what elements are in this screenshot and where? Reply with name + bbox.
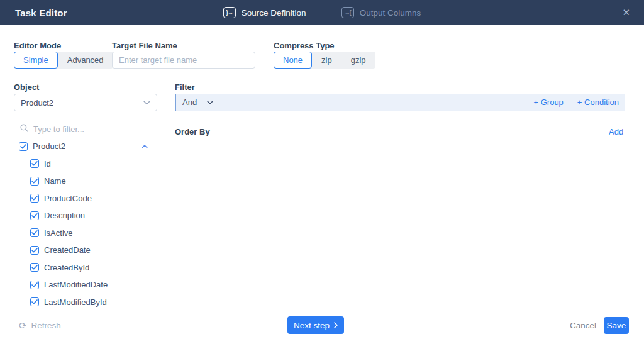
tree-item-createdbyid[interactable]: CreatedById (0, 259, 157, 277)
tab-output-columns[interactable]: →[ Output Columns (341, 7, 421, 18)
tab-source-definition-label: Source Definition (242, 8, 306, 18)
chevron-down-icon (143, 101, 150, 105)
filter-label: Filter (175, 82, 195, 92)
tree-item-label: Description (44, 211, 85, 220)
cancel-button[interactable]: Cancel (570, 311, 596, 339)
tree-item-lastmodifieddate[interactable]: LastModifiedDate (0, 276, 157, 294)
page-title: Task Editor (15, 8, 67, 18)
editor-mode-advanced-button[interactable]: Advanced (58, 52, 113, 69)
checkbox-checked-icon[interactable] (19, 142, 28, 151)
refresh-icon: ⟳ (19, 321, 27, 330)
compress-zip-button[interactable]: zip (312, 52, 341, 69)
order-by-label: Order By (175, 127, 210, 136)
checkbox-checked-icon[interactable] (30, 159, 39, 168)
tab-output-columns-label: Output Columns (360, 8, 421, 18)
filter-operator-select[interactable]: And (182, 97, 213, 107)
tree-search (0, 118, 157, 138)
checkbox-checked-icon[interactable] (30, 228, 39, 237)
compress-type-label: Compress Type (274, 41, 335, 50)
filter-links: + Group + Condition (534, 97, 619, 107)
tree-item-label: Name (44, 176, 66, 186)
editor-mode-toggle: Simple Advanced (14, 52, 113, 69)
refresh-label: Refresh (31, 321, 61, 330)
filter-bar: And + Group + Condition (175, 94, 625, 111)
close-icon[interactable]: ✕ (618, 0, 634, 25)
tree-item-createddate[interactable]: CreatedDate (0, 242, 157, 259)
checkbox-checked-icon[interactable] (30, 194, 39, 203)
object-select-value: Product2 (21, 98, 143, 108)
header-tabs: }→ Source Definition →[ Output Columns (0, 0, 644, 25)
tree-item-label: CreatedDate (44, 245, 91, 255)
object-select[interactable]: Product2 (14, 94, 157, 111)
editor-mode-label: Editor Mode (14, 41, 61, 50)
refresh-button[interactable]: ⟳ Refresh (19, 311, 61, 339)
compress-gzip-button[interactable]: gzip (341, 52, 375, 69)
next-step-label: Next step (294, 321, 330, 330)
tree-item-label: Id (44, 159, 51, 169)
editor-mode-simple-button[interactable]: Simple (14, 52, 58, 69)
object-label: Object (14, 82, 39, 92)
field-tree-panel: Product2 Id Name ProductCode Description… (0, 118, 157, 311)
tree-item-productcode[interactable]: ProductCode (0, 190, 157, 208)
tree-item-label: LastModifiedDate (44, 280, 108, 289)
tree-root-product2[interactable]: Product2 (0, 138, 157, 155)
source-definition-icon: }→ (223, 7, 236, 18)
checkbox-checked-icon[interactable] (30, 297, 39, 306)
tab-source-definition[interactable]: }→ Source Definition (223, 7, 306, 18)
order-by-add-link[interactable]: Add (609, 127, 623, 136)
chevron-up-icon[interactable] (142, 145, 148, 148)
tree-item-id[interactable]: Id (0, 155, 157, 173)
output-columns-icon: →[ (341, 7, 354, 18)
tree-item-isactive[interactable]: IsActive (0, 225, 157, 242)
chevron-right-icon (334, 322, 338, 328)
tree-filter-input[interactable] (33, 125, 134, 134)
tree-item-lastmodifiedbyid[interactable]: LastModifiedById (0, 294, 157, 311)
add-group-link[interactable]: + Group (534, 97, 564, 107)
tree-item-label: CreatedById (44, 263, 89, 272)
search-icon (20, 124, 28, 134)
add-condition-link[interactable]: + Condition (577, 97, 619, 107)
tree-root-label: Product2 (33, 142, 65, 151)
footer-bar: ⟳ Refresh Next step Cancel Save (0, 311, 644, 339)
header-bar: Task Editor }→ Source Definition →[ Outp… (0, 0, 644, 25)
checkbox-checked-icon[interactable] (30, 211, 39, 220)
tree-item-name[interactable]: Name (0, 172, 157, 190)
next-step-button[interactable]: Next step (287, 316, 344, 334)
compress-none-button[interactable]: None (274, 52, 312, 69)
tree-item-label: LastModifiedById (44, 297, 107, 307)
tree-item-description[interactable]: Description (0, 207, 157, 225)
compress-type-toggle: None zip gzip (274, 52, 375, 69)
target-file-name-label: Target File Name (112, 41, 177, 50)
checkbox-checked-icon[interactable] (30, 177, 39, 186)
checkbox-checked-icon[interactable] (30, 281, 39, 289)
checkbox-checked-icon[interactable] (30, 263, 39, 272)
tree-item-label: IsActive (44, 228, 73, 238)
tree-item-label: ProductCode (44, 194, 92, 203)
filter-operator-value: And (182, 97, 197, 107)
save-button[interactable]: Save (604, 317, 629, 334)
target-file-name-input[interactable] (112, 52, 255, 69)
chevron-down-icon (207, 101, 213, 104)
checkbox-checked-icon[interactable] (30, 246, 39, 255)
